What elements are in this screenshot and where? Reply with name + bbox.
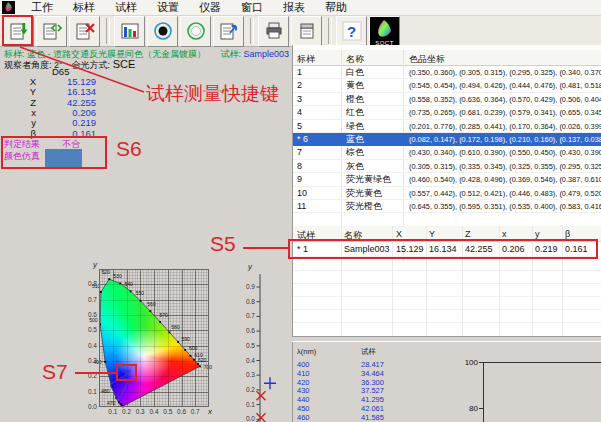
standards-row-3[interactable]: 3橙色(0.558, 0.352), (0.636, 0.364), (0.57… bbox=[293, 93, 601, 106]
wavelength-value: 420 bbox=[297, 378, 310, 387]
standard-name: 荧光橙色 bbox=[346, 200, 382, 213]
chromaticity-x-axis-label: x bbox=[208, 407, 212, 416]
svg-text:540: 540 bbox=[125, 281, 134, 287]
standard-name: 绿色 bbox=[346, 120, 364, 133]
bar-chart-icon bbox=[120, 21, 140, 41]
chromaticity-overlay-svg: 4704804905005105205305405505605705805906… bbox=[99, 269, 209, 407]
standards-row-5[interactable]: 5绿色(0.201, 0.776), (0.285, 0.441), (0.17… bbox=[293, 120, 601, 133]
spectral-data-pane: λ(nm) 试样 40028.41741034.46442036.3004303… bbox=[292, 342, 601, 422]
standard-coords: (0.735, 0.265), (0.681, 0.239), (0.579, … bbox=[409, 106, 601, 119]
wavelength-value: 450 bbox=[297, 404, 310, 413]
standard-coords: (0.082, 0.147), (0.172, 0.198), (0.210, … bbox=[409, 133, 601, 146]
standard-coords: (0.305, 0.315), (0.335, 0.345), (0.325, … bbox=[409, 160, 601, 173]
sample-cell: 0.161 bbox=[565, 242, 588, 257]
measure-sample-button[interactable] bbox=[3, 16, 34, 47]
standard-coords: (0.645, 0.355), (0.595, 0.351), (0.535, … bbox=[409, 200, 601, 213]
export-button[interactable] bbox=[213, 16, 244, 47]
standards-row-8[interactable]: 8灰色(0.305, 0.315), (0.335, 0.345), (0.32… bbox=[293, 160, 601, 173]
bar-chart-button[interactable] bbox=[114, 16, 145, 47]
chromaticity-x-tick: 0.4 bbox=[148, 408, 160, 415]
standards-row-9[interactable]: 9荧光黄绿色(0.460, 0.540), (0.428, 0.496), (0… bbox=[293, 173, 601, 186]
svg-text:600: 600 bbox=[189, 345, 198, 351]
wavelength-value: 460 bbox=[297, 413, 310, 422]
black-calibration-icon bbox=[153, 21, 173, 41]
print-preview-button[interactable] bbox=[291, 16, 322, 47]
svg-text:500: 500 bbox=[89, 317, 98, 323]
standard-name: 荧光黄绿色 bbox=[346, 173, 391, 186]
spectral-row: 41034.464 bbox=[293, 369, 453, 378]
menu-bar: 工作标样试样设置仪器窗口报表帮助 bbox=[0, 0, 601, 16]
standard-no: 1 bbox=[297, 66, 302, 79]
chromaticity-x-tick: 0.5 bbox=[162, 408, 174, 415]
sample-col-X: X bbox=[396, 229, 402, 239]
value-number: 0.161 bbox=[42, 128, 96, 139]
standards-table-header: 标样 名称 色品坐标 bbox=[293, 50, 601, 66]
standards-row-11[interactable]: 11荧光橙色(0.645, 0.355), (0.595, 0.351), (0… bbox=[293, 200, 601, 213]
sample-col-beta: β bbox=[565, 229, 570, 239]
standards-row-4[interactable]: 4红色(0.735, 0.265), (0.681, 0.239), (0.57… bbox=[293, 106, 601, 119]
standard-coords: (0.350, 0.360), (0.305, 0.315), (0.295, … bbox=[409, 66, 601, 79]
spectral-row: 42036.300 bbox=[293, 378, 453, 387]
standard-name: 蓝色 bbox=[346, 133, 364, 146]
chromaticity-x-tick: 0.7 bbox=[189, 408, 201, 415]
s7-annotation: S7 bbox=[42, 360, 68, 384]
standards-row-6[interactable]: * 6蓝色(0.082, 0.147), (0.172, 0.198), (0.… bbox=[293, 133, 601, 146]
sample-cell: 16.134 bbox=[429, 242, 457, 257]
help-button[interactable]: ? bbox=[336, 16, 367, 47]
sample-col-no: 试样 bbox=[297, 229, 315, 242]
menu-item-2[interactable]: 试样 bbox=[105, 0, 147, 15]
color-simulation-swatch bbox=[45, 149, 82, 167]
menu-item-7[interactable]: 帮助 bbox=[315, 0, 357, 15]
tristimulus-values: X15.129Y16.134Z42.255x0.206y0.219β0.161 bbox=[0, 76, 110, 140]
sqct-button[interactable]: SQCT bbox=[369, 16, 400, 47]
standards-row-10[interactable]: 10荧光黄色(0.557, 0.442), (0.512, 0.421), (0… bbox=[293, 187, 601, 200]
menu-item-4[interactable]: 仪器 bbox=[189, 0, 231, 15]
reflectance-value: 28.417 bbox=[361, 360, 384, 369]
sample-row-1[interactable]: * 1Sample00315.12916.13442.2550.2060.219… bbox=[293, 242, 601, 257]
wavelength-value: 430 bbox=[297, 386, 310, 395]
menu-item-0[interactable]: 工作 bbox=[21, 0, 63, 15]
chromaticity-y-tick: 0.8 bbox=[80, 280, 97, 287]
chromaticity-y-tick: 0.2 bbox=[80, 372, 97, 379]
sample-col-y: y bbox=[535, 229, 540, 239]
sample-cell: 0.219 bbox=[535, 242, 558, 257]
reflectance-value: 42.061 bbox=[361, 404, 384, 413]
white-calibration-button[interactable] bbox=[180, 16, 211, 47]
toolbar-separator bbox=[250, 18, 254, 44]
standard-no: 9 bbox=[297, 173, 302, 186]
standards-row-7[interactable]: 7棕色(0.430, 0.340), (0.610, 0.390), (0.55… bbox=[293, 146, 601, 159]
standard-name: 灰色 bbox=[346, 160, 364, 173]
standards-row-1[interactable]: 1白色(0.350, 0.360), (0.305, 0.315), (0.29… bbox=[293, 66, 601, 79]
reflectance-value: 34.464 bbox=[361, 369, 384, 378]
chromaticity-y-axis-label: y bbox=[93, 260, 97, 269]
sample-cell: 42.255 bbox=[465, 242, 493, 257]
sample-table-header: 试样 名称 X Y Z x y β bbox=[293, 226, 601, 242]
chromaticity-x-tick: 0.6 bbox=[176, 408, 188, 415]
standard-no: 8 bbox=[297, 160, 302, 173]
delete-sample-button[interactable] bbox=[69, 16, 100, 47]
black-calibration-button[interactable] bbox=[147, 16, 178, 47]
compare-button[interactable] bbox=[36, 16, 67, 47]
chromaticity-y-tick: 0.4 bbox=[80, 342, 97, 349]
toolbar-separator bbox=[328, 18, 332, 44]
standards-col-coords: 色品坐标 bbox=[409, 53, 445, 66]
spectral-row: 44041.295 bbox=[293, 395, 453, 404]
observer-info-line: 观察者角度: 2° 合光方式: SCE bbox=[4, 58, 135, 72]
standard-coords: (0.558, 0.352), (0.636, 0.364), (0.570, … bbox=[409, 93, 601, 106]
menu-item-5[interactable]: 窗口 bbox=[231, 0, 273, 15]
chromaticity-y-tick: 0.0 bbox=[80, 403, 97, 410]
print-button[interactable] bbox=[258, 16, 289, 47]
menu-item-3[interactable]: 设置 bbox=[147, 0, 189, 15]
spectral-row: 43037.527 bbox=[293, 386, 453, 395]
standards-row-2[interactable]: 2黄色(0.545, 0.454), (0.494, 0.426), (0.44… bbox=[293, 79, 601, 92]
chromaticity-diagram: y x 470480490500510520530540550560570580… bbox=[80, 258, 258, 422]
column-divider bbox=[392, 226, 393, 336]
chromaticity-y-tick: 0.3 bbox=[80, 357, 97, 364]
menu-item-6[interactable]: 报表 bbox=[273, 0, 315, 15]
sample-col-x: x bbox=[502, 229, 507, 239]
menu-item-1[interactable]: 标样 bbox=[63, 0, 105, 15]
standard-coords: (0.201, 0.776), (0.285, 0.441), (0.170, … bbox=[409, 120, 601, 133]
empty-row-line bbox=[293, 283, 601, 284]
standard-name: 橙色 bbox=[346, 93, 364, 106]
app-icon bbox=[2, 1, 15, 14]
